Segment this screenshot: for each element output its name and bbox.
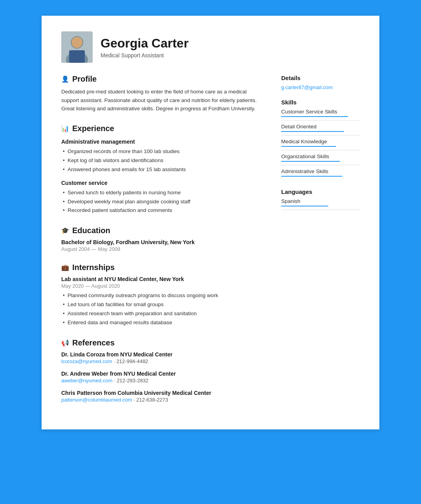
sidebar-column: Details g.carter87@gmail.com Skills Cust… [281,75,360,414]
skill-bar-5 [281,176,342,177]
job-bullets-2: Served lunch to elderly patients in nurs… [61,188,265,215]
sidebar-details-title: Details [281,75,360,81]
skill-item-4: Organizational Skills [281,153,360,165]
internships-icon: 💼 [61,264,69,271]
ref-entry-2: Dr. Andrew Weber from NYU Medical Center… [61,371,265,383]
internships-section: 💼 Internships Lab assistant at NYU Medic… [61,263,265,327]
references-section: 📢 References Dr. Linda Coroza from NYU M… [61,338,265,403]
bullet-item: Assisted research team with preparation … [61,309,265,318]
candidate-subtitle: Medical Support Assistant [101,52,189,58]
skill-item-1: Customer Service Skills [281,109,360,121]
bullet-item: Recorded patient satisfaction and commen… [61,206,265,215]
bullet-item: Developed weekly meal plan alongside coo… [61,197,265,206]
ref-email-3[interactable]: patterson@columbiaumed.com [61,397,132,403]
job-title-2: Customer service [61,180,265,186]
bullet-item: Served lunch to elderly patients in nurs… [61,188,265,197]
intern-bullets: Planned community outreach programs to d… [61,291,265,327]
bullet-item: Kept log of lab visitors and identificat… [61,156,265,165]
ref-email-1[interactable]: lcoroza@nyumed.com [61,358,112,364]
ref-contact-2: aweber@nyumed.com · 212-293-2832 [61,378,265,383]
skill-item-3: Medical Knowledge [281,139,360,150]
profile-icon: 👤 [61,75,69,83]
skill-item-5: Administrative Skills [281,168,360,180]
ref-email-2[interactable]: aweber@nyumed.com [61,378,112,383]
experience-section: 📊 Experience Administrative management O… [61,124,265,215]
ref-phone-3: 212-638-2273 [136,397,168,403]
job-title-1: Administrative management [61,139,265,145]
references-icon: 📢 [61,339,69,347]
lang-item-1: Spanish [281,198,360,210]
job-bullets-1: Organized records of more than 100 lab s… [61,147,265,174]
intern-title: Lab assistant at NYU Medical Center, New… [61,276,265,282]
bullet-item: Answered phones and emails for 15 lab as… [61,165,265,174]
profile-title: 👤 Profile [61,75,265,84]
profile-text: Dedicated pre-med student looking to ent… [61,88,265,113]
skill-bar-4 [281,161,340,162]
skill-bar-1 [281,116,348,117]
education-title: 🎓 Education [61,226,265,235]
experience-icon: 📊 [61,125,69,132]
sidebar-languages-title: Languages [281,188,360,195]
internships-title: 💼 Internships [61,263,265,272]
main-column: 👤 Profile Dedicated pre-med student look… [61,75,265,414]
ref-name-3: Chris Patterson from Columbia University… [61,390,265,396]
skill-bar-2 [281,131,344,132]
lang-bar-1 [281,206,328,206]
experience-title: 📊 Experience [61,124,265,133]
candidate-name: Georgia Carter [101,36,189,51]
edu-date: August 2004 — May 2008 [61,246,265,252]
sidebar-skills-title: Skills [281,99,360,106]
ref-contact-3: patterson@columbiaumed.com · 212-638-227… [61,397,265,403]
avatar [61,31,93,63]
skill-bar-3 [281,146,336,147]
ref-contact-1: lcoroza@nyumed.com · 212-994-4482 [61,358,265,364]
resume-container: Georgia Carter Medical Support Assistant… [42,16,379,429]
two-column-layout: 👤 Profile Dedicated pre-med student look… [61,75,360,414]
bullet-item: Planned community outreach programs to d… [61,291,265,300]
profile-section: 👤 Profile Dedicated pre-med student look… [61,75,265,113]
intern-date: May 2020 — August 2020 [61,283,265,289]
ref-entry-1: Dr. Linda Coroza from NYU Medical Center… [61,351,265,364]
ref-dot-3: · [134,397,136,403]
header: Georgia Carter Medical Support Assistant [61,31,360,63]
svg-point-3 [71,37,82,48]
references-title: 📢 References [61,338,265,347]
bullet-item: Organized records of more than 100 lab s… [61,147,265,156]
education-section: 🎓 Education Bachelor of Biology, Fordham… [61,226,265,252]
ref-name-2: Dr. Andrew Weber from NYU Medical Center [61,371,265,377]
skill-item-2: Detail Oriented [281,124,360,135]
ref-phone-2: 212-293-2832 [117,378,148,383]
ref-name-1: Dr. Linda Coroza from NYU Medical Center [61,351,265,358]
sidebar-details: Details g.carter87@gmail.com [281,75,360,90]
sidebar-email[interactable]: g.carter87@gmail.com [281,84,360,90]
sidebar-skills: Skills Customer Service Skills Detail Or… [281,99,360,180]
education-icon: 🎓 [61,227,69,234]
svg-rect-4 [69,50,85,63]
header-info: Georgia Carter Medical Support Assistant [101,36,189,58]
bullet-item: Led tours of lab facilities for small gr… [61,300,265,309]
ref-entry-3: Chris Patterson from Columbia University… [61,390,265,403]
ref-phone-1: 212-994-4482 [116,358,148,364]
bullet-item: Entered data and managed results databas… [61,318,265,327]
edu-degree: Bachelor of Biology, Fordham University,… [61,239,265,245]
sidebar-languages: Languages Spanish [281,188,360,210]
